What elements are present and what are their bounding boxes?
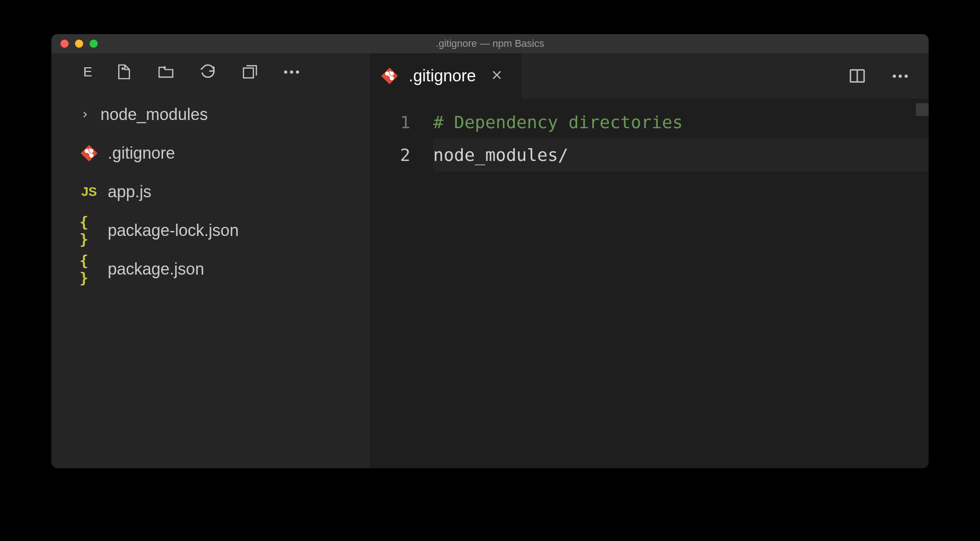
tree-file-package-json[interactable]: { } package.json: [51, 250, 370, 288]
close-window-button[interactable]: [60, 40, 69, 48]
refresh-button[interactable]: [197, 61, 218, 82]
explorer-section-label: E: [83, 64, 93, 80]
minimize-window-button[interactable]: [75, 40, 83, 48]
editor-actions: [847, 53, 929, 99]
json-icon: { }: [80, 260, 99, 279]
explorer-header: E: [51, 61, 370, 82]
editor-tabs: .gitignore: [370, 53, 929, 99]
tree-item-label: node_modules: [100, 105, 208, 124]
git-icon: [380, 67, 399, 85]
tree-item-label: package.json: [108, 260, 204, 279]
line-number: 2: [370, 139, 410, 171]
tree-item-label: app.js: [108, 182, 151, 201]
new-file-button[interactable]: [114, 61, 135, 82]
tree-item-label: .gitignore: [108, 144, 175, 163]
split-editor-button[interactable]: [847, 65, 868, 86]
line-number-gutter: 1 2: [370, 106, 433, 468]
code-content[interactable]: # Dependency directories node_modules/: [433, 106, 929, 468]
maximize-window-button[interactable]: [90, 40, 98, 48]
tree-file-app-js[interactable]: JS app.js: [51, 172, 370, 211]
editor-area: .gitignore 1 2: [370, 53, 929, 468]
minimap-indicator[interactable]: [916, 103, 929, 116]
tree-item-label: package-lock.json: [108, 221, 239, 240]
window-title: .gitignore — npm Basics: [436, 38, 544, 50]
svg-rect-0: [244, 68, 254, 78]
editor-window: .gitignore — npm Basics E: [51, 34, 929, 468]
code-line: node_modules/: [433, 145, 568, 165]
javascript-icon: JS: [80, 182, 99, 201]
window-body: E: [51, 53, 929, 468]
tree-file-package-lock[interactable]: { } package-lock.json: [51, 211, 370, 250]
tab-label: .gitignore: [409, 66, 476, 85]
code-line: # Dependency directories: [433, 112, 683, 132]
titlebar[interactable]: .gitignore — npm Basics: [51, 34, 929, 53]
tree-folder-node_modules[interactable]: node_modules: [51, 95, 370, 134]
code-editor[interactable]: 1 2 # Dependency directories node_module…: [370, 99, 929, 468]
tree-file-gitignore[interactable]: .gitignore: [51, 134, 370, 172]
chevron-right-icon: [79, 110, 91, 120]
new-folder-button[interactable]: [155, 61, 176, 82]
more-editor-actions-button[interactable]: [890, 65, 910, 86]
more-actions-button[interactable]: [281, 61, 302, 82]
file-tree: node_modules .gitignore JS app.js { } pa…: [51, 95, 370, 288]
window-controls: [51, 40, 98, 48]
git-icon: [80, 144, 99, 163]
line-number: 1: [370, 106, 410, 139]
close-tab-button[interactable]: [486, 65, 508, 88]
tab-gitignore[interactable]: .gitignore: [370, 53, 521, 99]
explorer-sidebar: E: [51, 53, 370, 468]
collapse-all-button[interactable]: [239, 61, 260, 82]
json-icon: { }: [80, 221, 99, 240]
